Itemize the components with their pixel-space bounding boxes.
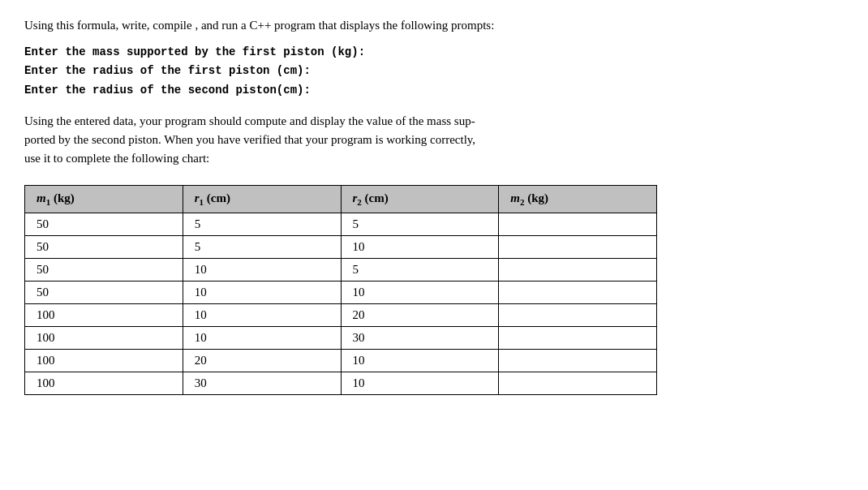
intro-paragraph: Using this formula, write, compile , and… (24, 16, 844, 35)
table-cell (499, 303, 657, 326)
table-cell: 5 (341, 213, 499, 235)
table-row: 5055 (25, 213, 657, 235)
table-cell: 5 (341, 258, 499, 281)
table-cell (499, 349, 657, 372)
code-prompts: Enter the mass supported by the first pi… (24, 43, 844, 101)
table-row: 50510 (25, 235, 657, 258)
table-cell: 10 (183, 303, 341, 326)
header-m2: m2 (kg) (499, 185, 657, 213)
table-row: 501010 (25, 281, 657, 303)
table-cell: 50 (25, 258, 183, 281)
table-cell: 10 (341, 235, 499, 258)
prompt-line-1: Enter the mass supported by the first pi… (24, 43, 844, 62)
description-paragraph: Using the entered data, your program sho… (24, 112, 844, 169)
table-cell: 100 (25, 349, 183, 372)
table-cell: 5 (183, 213, 341, 235)
table-header-row: m1 (kg) r1 (cm) r2 (cm) m2 (kg) (25, 185, 657, 213)
table-cell: 30 (341, 326, 499, 349)
table-cell: 10 (341, 372, 499, 394)
table-body: 5055505105010550101010010201001030100201… (25, 213, 657, 394)
header-r1: r1 (cm) (183, 185, 341, 213)
table-cell: 50 (25, 281, 183, 303)
table-row: 1002010 (25, 349, 657, 372)
header-r2: r2 (cm) (341, 185, 499, 213)
table-cell: 100 (25, 372, 183, 394)
prompt-line-2: Enter the radius of the first piston (cm… (24, 62, 844, 81)
table-cell: 20 (183, 349, 341, 372)
table-cell (499, 326, 657, 349)
table-row: 1003010 (25, 372, 657, 394)
table-cell: 10 (341, 349, 499, 372)
table-cell: 50 (25, 213, 183, 235)
table-cell: 5 (183, 235, 341, 258)
table-cell (499, 281, 657, 303)
table-cell: 100 (25, 326, 183, 349)
header-m1: m1 (kg) (25, 185, 183, 213)
table-row: 1001030 (25, 326, 657, 349)
table-cell: 10 (183, 326, 341, 349)
table-row: 1001020 (25, 303, 657, 326)
table-row: 50105 (25, 258, 657, 281)
table-cell: 30 (183, 372, 341, 394)
table-cell (499, 258, 657, 281)
table-cell: 100 (25, 303, 183, 326)
table-cell (499, 372, 657, 394)
table-cell (499, 235, 657, 258)
table-cell: 20 (341, 303, 499, 326)
table-cell: 50 (25, 235, 183, 258)
table-cell (499, 213, 657, 235)
data-table: m1 (kg) r1 (cm) r2 (cm) m2 (kg) 50555051… (24, 185, 657, 395)
table-cell: 10 (341, 281, 499, 303)
prompt-line-3: Enter the radius of the second piston(cm… (24, 81, 844, 101)
table-cell: 10 (183, 281, 341, 303)
table-cell: 10 (183, 258, 341, 281)
